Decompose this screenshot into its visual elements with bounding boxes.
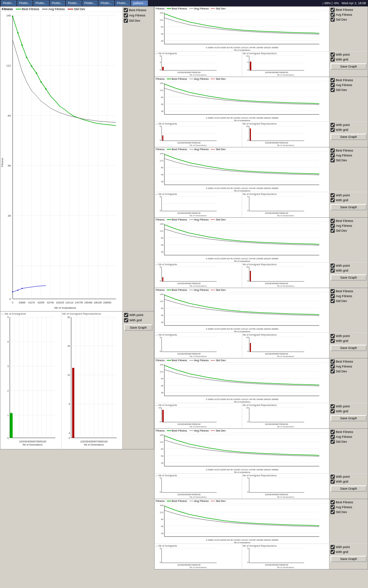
taskbar-item-6[interactable]: Plottin... (82, 0, 98, 6)
svg-text:5: 5 (160, 477, 161, 479)
r4-cb-point[interactable]: With point (330, 264, 367, 268)
r1-cb-best[interactable]: Best Fitness (330, 8, 367, 12)
r4-fitness-chart: Fitness Best Fitness Avg Fitness Std Dev… (155, 218, 329, 262)
r7-cb-point[interactable]: With point (330, 475, 367, 479)
r7-cb-std[interactable]: Std Dev (330, 440, 367, 444)
r3-cb-best[interactable]: Best Fitness (330, 148, 367, 153)
r7-cb-grid[interactable]: With grid (330, 479, 367, 484)
taskbar-item-pallami[interactable]: pallami... (131, 0, 148, 6)
r8-cb-std[interactable]: Std Dev (330, 510, 367, 514)
taskbar-item-8[interactable]: Plottin... (115, 0, 131, 6)
r3-cb-std[interactable]: Std Dev (330, 158, 367, 162)
r3-cb-avg[interactable]: Avg Fitness (330, 153, 367, 158)
r7-cb-avg[interactable]: Avg Fitness (330, 435, 367, 439)
r6-cb-point[interactable]: With point (330, 404, 367, 408)
reproductions-chart-title: Nb of Immigrant Reproductions (62, 312, 122, 315)
r1-cb-grid[interactable]: With grid (330, 57, 367, 62)
r4-cb-best[interactable]: Best Fitness (330, 219, 367, 223)
r2-cb-point[interactable]: With point (330, 123, 367, 127)
r8-fitness-controls: Best Fitness Avg Fitness Std Dev (329, 499, 368, 544)
r1-cb-avg[interactable]: Avg Fitness (330, 13, 367, 17)
r5-cb-grid[interactable]: With grid (330, 339, 367, 343)
r8-cb-best[interactable]: Best Fitness (330, 500, 367, 504)
r5-cb-std[interactable]: Std Dev (330, 299, 367, 303)
r6-cb-std[interactable]: Std Dev (330, 369, 367, 373)
r6-save-btn[interactable]: Save Graph (330, 415, 367, 421)
r2-save-btn[interactable]: Save Graph (330, 134, 367, 140)
svg-text:84: 84 (161, 96, 163, 98)
r4-cb-std[interactable]: Std Dev (330, 229, 367, 233)
r7-save-btn[interactable]: Save Graph (330, 485, 367, 492)
r1-sub-charts: — Nb of Immigrants 5 3 0 102030405060708… (155, 51, 329, 77)
r5-cb-best[interactable]: Best Fitness (330, 289, 367, 293)
r8-save-btn[interactable]: Save Graph (330, 556, 367, 562)
r2-header: Fitness Best Fitness Avg Fitness Std Dev (155, 77, 329, 81)
svg-text:Nb of evaluations: Nb of evaluations (54, 306, 76, 309)
checkbox-with-point-left-label: With point (129, 313, 143, 317)
svg-text:28: 28 (161, 392, 163, 394)
svg-rect-167 (250, 128, 251, 141)
taskbar-item-7[interactable]: Plottin... (98, 0, 114, 6)
r5-save-btn[interactable]: Save Graph (330, 345, 367, 351)
checkbox-with-grid-left-input[interactable] (124, 318, 128, 322)
r2-sub-controls: With point With grid Save Graph (329, 122, 368, 147)
checkbox-with-grid-left[interactable]: With grid (124, 318, 152, 322)
checkbox-with-point-left[interactable]: With point (124, 313, 152, 317)
r3-cb-point[interactable]: With point (330, 193, 367, 197)
r1-rep-title: Nb of Immigrant Reproductions (243, 52, 329, 55)
svg-text:124110: 124110 (65, 301, 73, 304)
r3-save-btn[interactable]: Save Graph (330, 204, 367, 210)
taskbar-item-4[interactable]: Plottin... (50, 0, 66, 6)
r2-cb-std[interactable]: Std Dev (330, 88, 367, 92)
taskbar: Plottin... Plottin... Plottin... Plottin… (0, 0, 368, 6)
r8-cb-point[interactable]: With point (330, 545, 367, 549)
r8-cb-grid[interactable]: With grid (330, 550, 367, 554)
r2-cb-avg[interactable]: Avg Fitness (330, 83, 367, 87)
svg-text:84: 84 (161, 307, 163, 309)
r4-cb-avg[interactable]: Avg Fitness (330, 224, 367, 228)
checkbox-std-dev-input[interactable] (124, 19, 128, 23)
r5-cb-point[interactable]: With point (330, 334, 367, 338)
legend-avg: Avg Fitness (42, 7, 65, 11)
svg-text:10203040506070809100: 10203040506070809100 (265, 493, 288, 496)
checkbox-best-fitness[interactable]: Best Fitness (124, 8, 152, 12)
save-graph-button-left[interactable]: Save Graph (124, 324, 152, 331)
r2-cb-grid[interactable]: With grid (330, 128, 367, 132)
taskbar-item-3[interactable]: Plottin... (33, 0, 49, 6)
r8-cb-avg[interactable]: Avg Fitness (330, 505, 367, 509)
svg-text:0: 0 (160, 69, 161, 71)
checkbox-best-fitness-input[interactable] (124, 8, 128, 12)
checkbox-avg-fitness[interactable]: Avg Fitness (124, 13, 152, 18)
r3-fitness-controls: Best Fitness Avg Fitness Std Dev (329, 147, 368, 192)
svg-text:56: 56 (161, 103, 163, 105)
r7-cb-best[interactable]: Best Fitness (330, 430, 367, 434)
r3-cb-grid[interactable]: With grid (330, 198, 367, 202)
svg-text:0  20685  41370  62055  82740 : 0 20685 41370 62055 82740 103425 124110 … (206, 539, 279, 541)
r1-save-btn[interactable]: Save Graph (330, 63, 367, 70)
checkbox-avg-fitness-input[interactable] (124, 13, 128, 18)
r1-cb-std[interactable]: Std Dev (330, 18, 367, 22)
r1-cb-point[interactable]: With point (330, 52, 367, 57)
r1-imm-title: — Nb of Immigrants (155, 52, 241, 55)
svg-text:Fitness: Fitness (1, 158, 4, 167)
r6-cb-grid[interactable]: With grid (330, 409, 367, 413)
r5-cb-avg[interactable]: Avg Fitness (330, 294, 367, 298)
svg-text:112: 112 (160, 300, 164, 302)
svg-text:56: 56 (161, 455, 163, 457)
r6-cb-best[interactable]: Best Fitness (330, 359, 367, 364)
checkbox-with-point-left-input[interactable] (124, 313, 128, 317)
left-bottom-charts: — Nb of Immigrants 5 4 (0, 312, 122, 449)
taskbar-item-2[interactable]: Plottin... (17, 0, 33, 6)
taskbar-item-1[interactable]: Plottin... (1, 0, 16, 6)
r2-cb-best[interactable]: Best Fitness (330, 78, 367, 82)
r1-fitness-title: Fitness (156, 7, 165, 10)
left-bottom-section: — Nb of Immigrants 5 4 (0, 312, 154, 449)
left-panel: Fitness Best Fitness Avg Fitness Std Dev (0, 6, 154, 569)
r6-cb-avg[interactable]: Avg Fitness (330, 364, 367, 369)
r6-fitness-row: Fitness Best Fitness Avg Fitness Std Dev… (155, 358, 368, 403)
r4-save-btn[interactable]: Save Graph (330, 274, 367, 281)
svg-text:5: 5 (160, 266, 161, 268)
taskbar-item-5[interactable]: Plottin... (66, 0, 82, 6)
checkbox-std-dev[interactable]: Std Dev (124, 19, 152, 23)
r4-cb-grid[interactable]: With grid (330, 268, 367, 273)
